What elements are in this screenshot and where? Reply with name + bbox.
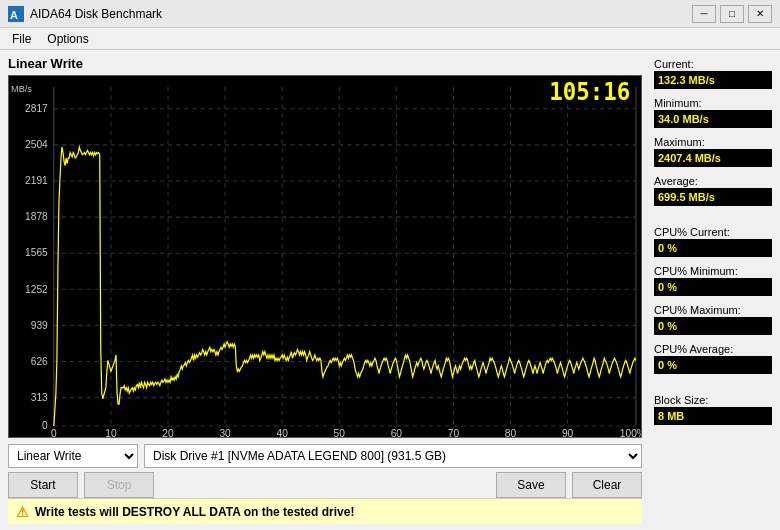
main-content: Linear Write xyxy=(0,50,780,530)
clear-button[interactable]: Clear xyxy=(572,472,642,498)
svg-text:1252: 1252 xyxy=(25,282,48,294)
stat-minimum: Minimum: 34.0 MB/s xyxy=(654,97,772,128)
cpu-avg-label: CPU% Average: xyxy=(654,343,772,355)
svg-text:90: 90 xyxy=(562,427,573,437)
stat-block-size: Block Size: 8 MB xyxy=(654,394,772,425)
stat-cpu-max: CPU% Maximum: 0 % xyxy=(654,304,772,335)
cpu-max-value: 0 % xyxy=(654,317,772,335)
svg-text:2191: 2191 xyxy=(25,174,48,186)
stats-divider xyxy=(654,214,772,220)
cpu-divider xyxy=(654,382,772,388)
svg-rect-2 xyxy=(9,76,641,437)
svg-text:MB/s: MB/s xyxy=(11,83,32,94)
menu-file[interactable]: File xyxy=(4,30,39,48)
minimum-value: 34.0 MB/s xyxy=(654,110,772,128)
cpu-max-label: CPU% Maximum: xyxy=(654,304,772,316)
average-value: 699.5 MB/s xyxy=(654,188,772,206)
window-controls: ─ □ ✕ xyxy=(692,5,772,23)
title-bar-left: A AIDA64 Disk Benchmark xyxy=(8,6,162,22)
stat-maximum: Maximum: 2407.4 MB/s xyxy=(654,136,772,167)
svg-text:80: 80 xyxy=(505,427,516,437)
svg-text:30: 30 xyxy=(219,427,230,437)
maximum-label: Maximum: xyxy=(654,136,772,148)
svg-text:105:16: 105:16 xyxy=(549,77,630,105)
stat-current: Current: 132.3 MB/s xyxy=(654,58,772,89)
minimize-button[interactable]: ─ xyxy=(692,5,716,23)
menu-options[interactable]: Options xyxy=(39,30,96,48)
left-panel: Linear Write xyxy=(0,50,650,530)
cpu-min-label: CPU% Minimum: xyxy=(654,265,772,277)
test-type-dropdown[interactable]: Linear Write Linear Read Random Write Ra… xyxy=(8,444,138,468)
disk-dropdown[interactable]: Disk Drive #1 [NVMe ADATA LEGEND 800] (9… xyxy=(144,444,642,468)
block-size-value: 8 MB xyxy=(654,407,772,425)
warning-text: Write tests will DESTROY ALL DATA on the… xyxy=(35,505,354,519)
cpu-current-label: CPU% Current: xyxy=(654,226,772,238)
cpu-current-value: 0 % xyxy=(654,239,772,257)
right-panel: Current: 132.3 MB/s Minimum: 34.0 MB/s M… xyxy=(650,50,780,530)
svg-text:0: 0 xyxy=(42,419,48,431)
stop-button[interactable]: Stop xyxy=(84,472,154,498)
svg-text:50: 50 xyxy=(334,427,345,437)
svg-text:1878: 1878 xyxy=(25,210,48,222)
cpu-avg-value: 0 % xyxy=(654,356,772,374)
average-label: Average: xyxy=(654,175,772,187)
save-button[interactable]: Save xyxy=(496,472,566,498)
chart-svg: 2817 2504 2191 1878 1565 1252 939 626 31… xyxy=(9,76,641,437)
app-icon: A xyxy=(8,6,24,22)
svg-text:939: 939 xyxy=(31,318,48,330)
menu-bar: File Options xyxy=(0,28,780,50)
svg-text:0: 0 xyxy=(51,427,57,437)
maximum-value: 2407.4 MB/s xyxy=(654,149,772,167)
current-label: Current: xyxy=(654,58,772,70)
svg-text:70: 70 xyxy=(448,427,459,437)
svg-text:10: 10 xyxy=(105,427,116,437)
svg-text:626: 626 xyxy=(31,354,48,366)
svg-text:20: 20 xyxy=(162,427,173,437)
svg-text:313: 313 xyxy=(31,391,48,403)
chart-title: Linear Write xyxy=(8,56,642,71)
maximize-button[interactable]: □ xyxy=(720,5,744,23)
svg-text:A: A xyxy=(10,9,18,21)
svg-text:60: 60 xyxy=(391,427,402,437)
buttons-row: Start Stop Save Clear xyxy=(8,472,642,498)
block-size-label: Block Size: xyxy=(654,394,772,406)
close-button[interactable]: ✕ xyxy=(748,5,772,23)
svg-text:40: 40 xyxy=(277,427,288,437)
svg-text:2817: 2817 xyxy=(25,102,48,114)
current-value: 132.3 MB/s xyxy=(654,71,772,89)
title-bar: A AIDA64 Disk Benchmark ─ □ ✕ xyxy=(0,0,780,28)
cpu-min-value: 0 % xyxy=(654,278,772,296)
stat-cpu-min: CPU% Minimum: 0 % xyxy=(654,265,772,296)
svg-text:1565: 1565 xyxy=(25,246,48,258)
minimum-label: Minimum: xyxy=(654,97,772,109)
start-button[interactable]: Start xyxy=(8,472,78,498)
chart-container: 2817 2504 2191 1878 1565 1252 939 626 31… xyxy=(8,75,642,438)
warning-icon: ⚠ xyxy=(16,504,29,520)
window-title: AIDA64 Disk Benchmark xyxy=(30,7,162,21)
warning-bar: ⚠ Write tests will DESTROY ALL DATA on t… xyxy=(8,498,642,524)
stat-cpu-current: CPU% Current: 0 % xyxy=(654,226,772,257)
stat-cpu-avg: CPU% Average: 0 % xyxy=(654,343,772,374)
svg-text:100%: 100% xyxy=(620,427,641,437)
svg-text:2504: 2504 xyxy=(25,138,48,150)
stat-average: Average: 699.5 MB/s xyxy=(654,175,772,206)
controls-row: Linear Write Linear Read Random Write Ra… xyxy=(8,444,642,468)
